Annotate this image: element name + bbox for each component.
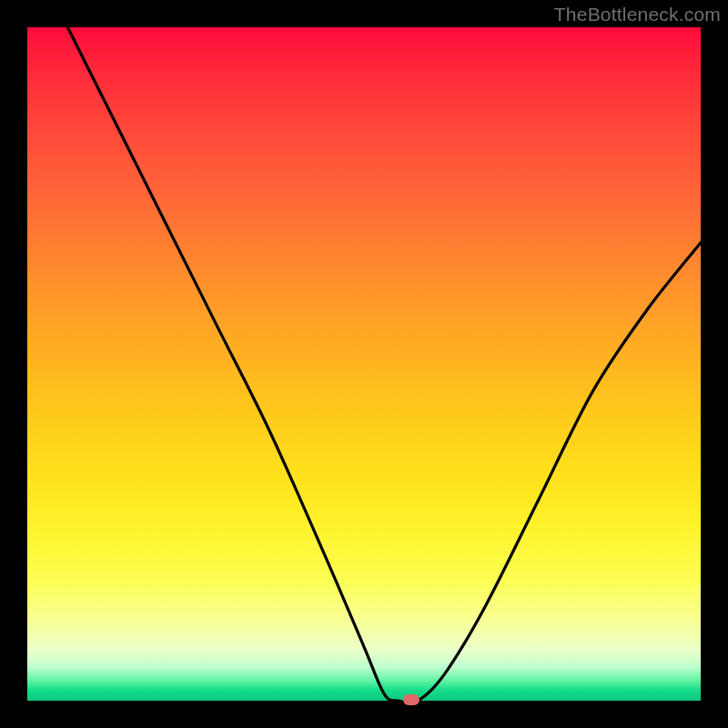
optimal-point-marker [403,694,420,705]
bottleneck-curve [27,27,701,701]
watermark-text: TheBottleneck.com [554,4,721,25]
chart-plot-area [27,27,701,701]
chart-frame: TheBottleneck.com [0,0,728,728]
